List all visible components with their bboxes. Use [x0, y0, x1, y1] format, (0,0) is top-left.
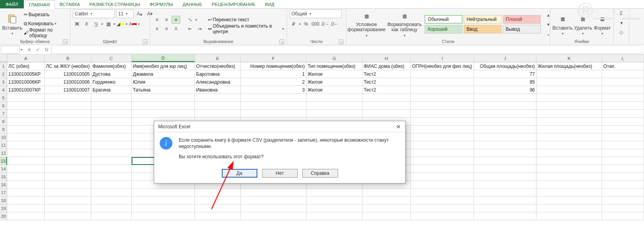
cell[interactable]: Жилое — [306, 78, 363, 86]
cell[interactable] — [536, 157, 602, 165]
increase-indent-button[interactable]: ⇥ — [195, 25, 204, 33]
cell[interactable]: Отчество(необяз) — [195, 62, 241, 70]
cell[interactable] — [45, 204, 91, 212]
cell[interactable] — [195, 110, 241, 118]
cell[interactable] — [474, 165, 536, 173]
row-header[interactable]: 19 — [0, 204, 7, 212]
style-neutral[interactable]: Нейтральный — [464, 15, 502, 24]
autosum-button[interactable]: Σ — [617, 9, 626, 17]
cell[interactable] — [474, 149, 536, 157]
cell[interactable] — [411, 204, 474, 212]
column-header[interactable]: C — [91, 54, 132, 62]
cell[interactable]: 2 — [241, 78, 306, 86]
cell[interactable] — [536, 149, 602, 157]
cell[interactable] — [91, 181, 132, 189]
cell[interactable] — [195, 94, 241, 102]
cell[interactable] — [91, 157, 132, 165]
cell[interactable] — [45, 181, 91, 189]
increase-decimal-button[interactable]: .0→ — [321, 20, 329, 28]
border-button[interactable]: ▦ — [104, 20, 113, 28]
cell[interactable] — [474, 110, 536, 118]
cell[interactable]: Тест2 — [363, 78, 411, 86]
cell[interactable]: Татьяна — [132, 86, 195, 94]
row-header[interactable]: 20 — [0, 212, 7, 220]
format-cells-button[interactable]: ▦ Формат▾ — [594, 11, 611, 37]
tab-page-layout[interactable]: РАЗМЕТКА СТРАНИЦЫ — [85, 0, 145, 8]
cell[interactable] — [91, 94, 132, 102]
cell[interactable] — [363, 189, 411, 197]
cell[interactable] — [411, 173, 474, 181]
cell[interactable] — [45, 189, 91, 197]
cell[interactable] — [91, 165, 132, 173]
cell[interactable]: Тест2 — [363, 70, 411, 78]
cell[interactable]: 1100010005КР — [7, 70, 45, 78]
row-header[interactable]: 6 — [0, 102, 7, 110]
cell[interactable] — [7, 165, 45, 173]
cell[interactable] — [536, 125, 602, 133]
cell[interactable] — [602, 118, 644, 125]
column-header[interactable]: J — [474, 54, 536, 62]
cell[interactable] — [602, 94, 644, 102]
cell[interactable] — [7, 149, 45, 157]
cell[interactable] — [7, 197, 45, 204]
cell[interactable] — [306, 204, 363, 212]
no-button[interactable]: Нет — [262, 169, 298, 178]
cell[interactable] — [7, 141, 45, 149]
cell[interactable] — [411, 86, 474, 94]
cell[interactable]: Общая площадь(необяз) — [474, 62, 536, 70]
cell[interactable] — [411, 189, 474, 197]
cell[interactable]: Дустова — [91, 70, 132, 78]
column-header[interactable]: I — [411, 54, 474, 62]
yes-button[interactable]: Да — [222, 169, 257, 178]
cell[interactable] — [45, 173, 91, 181]
cell[interactable] — [195, 102, 241, 110]
cell[interactable] — [91, 102, 132, 110]
tab-home[interactable]: ГЛАВНАЯ — [24, 0, 55, 9]
cell[interactable] — [411, 141, 474, 149]
cut-button[interactable]: ✂ Вырезать — [24, 10, 68, 19]
cell[interactable] — [45, 149, 91, 157]
tab-formulas[interactable]: ФОРМУЛЫ — [145, 0, 178, 8]
cell[interactable] — [602, 125, 644, 133]
row-header[interactable]: 5 — [0, 94, 7, 102]
align-center-button[interactable]: ≡ — [162, 25, 171, 33]
cell[interactable] — [91, 110, 132, 118]
cell[interactable]: Тест2 — [363, 86, 411, 94]
cell[interactable]: Баротовна — [195, 70, 241, 78]
cell[interactable]: 3 — [241, 86, 306, 94]
row-header[interactable]: 9 — [0, 125, 7, 133]
delete-cells-button[interactable]: ▦ Удалить▾ — [574, 11, 592, 37]
cell[interactable] — [45, 133, 91, 141]
row-header[interactable]: 15 — [0, 173, 7, 181]
cell[interactable] — [306, 94, 363, 102]
cell[interactable] — [45, 102, 91, 110]
decrease-decimal-button[interactable]: .0← — [330, 20, 339, 28]
cell[interactable] — [536, 78, 602, 86]
row-header[interactable]: 8 — [0, 118, 7, 125]
copy-button[interactable]: ⧉ Копировать ▾ — [24, 19, 68, 28]
cell[interactable] — [241, 212, 306, 220]
cell[interactable] — [411, 133, 474, 141]
conditional-formatting-button[interactable]: ▦ Условное форматирование▾ — [349, 11, 384, 37]
cell[interactable]: Брагина — [91, 86, 132, 94]
cell[interactable]: Отап. — [602, 62, 644, 70]
cell[interactable] — [132, 189, 195, 197]
cell[interactable] — [306, 212, 363, 220]
row-header[interactable]: 3 — [0, 78, 7, 86]
cell[interactable]: 85 — [474, 78, 536, 86]
cell[interactable] — [474, 157, 536, 165]
cell[interactable] — [602, 149, 644, 157]
row-header[interactable]: 2 — [0, 70, 7, 78]
cell[interactable] — [411, 125, 474, 133]
cell[interactable] — [474, 173, 536, 181]
cell[interactable] — [474, 204, 536, 212]
cell[interactable]: Джамила — [132, 70, 195, 78]
column-header[interactable]: H — [363, 54, 411, 62]
cell[interactable]: 96 — [474, 86, 536, 94]
align-right-button[interactable]: ≡ — [172, 25, 180, 33]
align-top-button[interactable]: ≡ — [153, 16, 161, 24]
orientation-button[interactable]: ⤡ — [186, 16, 195, 24]
cell[interactable] — [602, 102, 644, 110]
cell[interactable]: 1100010006 — [45, 78, 91, 86]
cell[interactable]: 1100010006КР — [7, 78, 45, 86]
